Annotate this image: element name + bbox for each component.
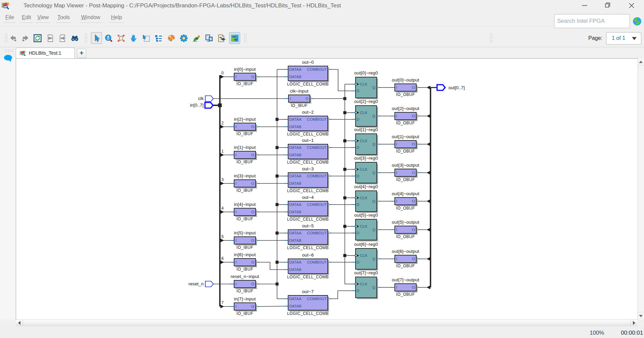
- svg-text:LOGIC_CELL_COMB: LOGIC_CELL_COMB: [287, 245, 329, 250]
- svg-text:COMBOUT: COMBOUT: [307, 174, 327, 178]
- svg-text:in[5]~input: in[5]~input: [234, 230, 256, 235]
- svg-text:O: O: [306, 97, 309, 101]
- svg-text:DATAA: DATAA: [289, 203, 302, 207]
- svg-text:in[4]~input: in[4]~input: [234, 202, 256, 207]
- svg-text:D: D: [357, 231, 359, 235]
- svg-text:LOGIC_CELL_COMB: LOGIC_CELL_COMB: [287, 188, 329, 193]
- svg-text:reset_n~input: reset_n~input: [231, 274, 259, 279]
- svg-text:out[0]~output: out[0]~output: [392, 77, 419, 82]
- svg-text:IO_IBUF: IO_IBUF: [236, 245, 253, 250]
- svg-text:LOGIC_CELL_COMB: LOGIC_CELL_COMB: [287, 275, 329, 279]
- svg-text:I: I: [396, 285, 397, 289]
- svg-text:in[3]~input: in[3]~input: [234, 173, 256, 178]
- svg-text:IO_OBUF: IO_OBUF: [396, 206, 415, 211]
- svg-text:out~7: out~7: [302, 289, 314, 294]
- svg-text:Q: Q: [372, 285, 375, 289]
- svg-text:CLK: CLK: [360, 139, 368, 143]
- svg-text:DATAB: DATAB: [289, 75, 302, 79]
- svg-text:out[0]~reg0: out[0]~reg0: [354, 70, 378, 75]
- svg-text:out~1: out~1: [302, 138, 314, 143]
- svg-text:DATAA: DATAA: [289, 260, 302, 264]
- svg-text:O: O: [251, 153, 254, 157]
- svg-text:LOGIC_CELL_COMB: LOGIC_CELL_COMB: [287, 82, 329, 87]
- svg-text:COMBOUT: COMBOUT: [307, 297, 327, 301]
- svg-text:2: 2: [221, 121, 224, 125]
- svg-text:I: I: [235, 260, 236, 264]
- svg-text:DATAA: DATAA: [289, 231, 302, 235]
- svg-text:COMBOUT: COMBOUT: [307, 203, 327, 207]
- svg-text:I: I: [396, 171, 397, 175]
- svg-text:Q: Q: [372, 114, 375, 118]
- svg-text:D: D: [357, 203, 359, 207]
- svg-text:0: 0: [221, 71, 224, 75]
- svg-text:D: D: [357, 289, 359, 293]
- svg-text:IO_IBUF: IO_IBUF: [236, 311, 253, 316]
- svg-text:out~6: out~6: [302, 252, 314, 258]
- svg-text:I: I: [396, 86, 397, 90]
- svg-text:out[4]~reg0: out[4]~reg0: [354, 184, 378, 189]
- svg-text:Q: Q: [372, 228, 375, 232]
- svg-text:DATAA: DATAA: [289, 297, 302, 301]
- svg-text:I: I: [396, 228, 397, 232]
- svg-text:CLK: CLK: [360, 167, 368, 171]
- svg-text:Q: Q: [372, 86, 375, 90]
- svg-text:clk: clk: [198, 96, 204, 101]
- svg-text:4: 4: [221, 206, 224, 211]
- svg-text:O: O: [251, 304, 254, 308]
- svg-text:LOGIC_CELL_COMB: LOGIC_CELL_COMB: [287, 160, 329, 165]
- svg-text:IO_OBUF: IO_OBUF: [396, 121, 415, 125]
- svg-text:in[6]~input: in[6]~input: [234, 252, 256, 257]
- svg-text:in[0]~input: in[0]~input: [234, 67, 256, 72]
- svg-text:IO_IBUF: IO_IBUF: [291, 103, 308, 108]
- svg-text:O: O: [412, 257, 415, 261]
- svg-text:DATAA: DATAA: [289, 67, 302, 71]
- svg-text:I: I: [235, 238, 236, 242]
- svg-text:out[6]~reg0: out[6]~reg0: [354, 242, 378, 247]
- svg-text:7: 7: [221, 300, 224, 305]
- svg-text:O: O: [251, 181, 254, 185]
- svg-text:I: I: [396, 114, 397, 118]
- svg-text:IO_IBUF: IO_IBUF: [236, 217, 253, 221]
- svg-text:D: D: [357, 89, 359, 93]
- svg-text:out[1]~output: out[1]~output: [392, 134, 419, 139]
- svg-text:out[4]~output: out[4]~output: [392, 191, 419, 196]
- svg-text:O: O: [412, 114, 415, 118]
- svg-text:D: D: [357, 260, 359, 264]
- svg-text:IO_IBUF: IO_IBUF: [236, 188, 253, 193]
- svg-text:O: O: [412, 228, 415, 232]
- svg-text:DATAB: DATAB: [289, 153, 302, 157]
- svg-text:I: I: [235, 75, 236, 79]
- svg-text:IO_OBUF: IO_OBUF: [396, 292, 415, 297]
- svg-text:Q: Q: [372, 171, 375, 175]
- svg-text:LOGIC_CELL_COMB: LOGIC_CELL_COMB: [287, 132, 329, 136]
- svg-text:COMBOUT: COMBOUT: [307, 231, 327, 235]
- svg-text:clk~input: clk~input: [290, 89, 309, 94]
- svg-text:CLK: CLK: [360, 253, 368, 258]
- svg-text:O: O: [251, 282, 254, 286]
- svg-text:out[7]~output: out[7]~output: [392, 277, 419, 282]
- svg-text:COMBOUT: COMBOUT: [307, 117, 327, 121]
- svg-text:O: O: [412, 171, 415, 175]
- svg-text:out[6]~output: out[6]~output: [392, 249, 419, 254]
- svg-text:IO_OBUF: IO_OBUF: [396, 92, 415, 97]
- svg-text:D: D: [357, 146, 359, 150]
- svg-text:DATAA: DATAA: [289, 117, 302, 121]
- svg-text:out~2: out~2: [302, 110, 314, 115]
- svg-text:O: O: [251, 260, 254, 264]
- svg-text:out[2]~output: out[2]~output: [392, 106, 419, 111]
- svg-text:I: I: [235, 282, 236, 286]
- svg-text:LOGIC_CELL_COMB: LOGIC_CELL_COMB: [287, 217, 329, 222]
- svg-text:IO_IBUF: IO_IBUF: [236, 289, 253, 293]
- svg-text:O: O: [412, 199, 415, 203]
- svg-text:IO_OBUF: IO_OBUF: [396, 149, 415, 154]
- svg-text:DATAB: DATAB: [289, 238, 302, 242]
- svg-text:COMBOUT: COMBOUT: [307, 67, 327, 71]
- svg-text:O: O: [412, 142, 415, 146]
- svg-text:O: O: [251, 75, 254, 79]
- svg-text:I: I: [396, 257, 397, 261]
- svg-text:I: I: [396, 199, 397, 203]
- svg-text:Q: Q: [372, 199, 375, 203]
- svg-text:DATAB: DATAB: [289, 268, 302, 272]
- svg-text:out[2]~reg0: out[2]~reg0: [354, 99, 378, 104]
- svg-text:IO_IBUF: IO_IBUF: [236, 267, 253, 272]
